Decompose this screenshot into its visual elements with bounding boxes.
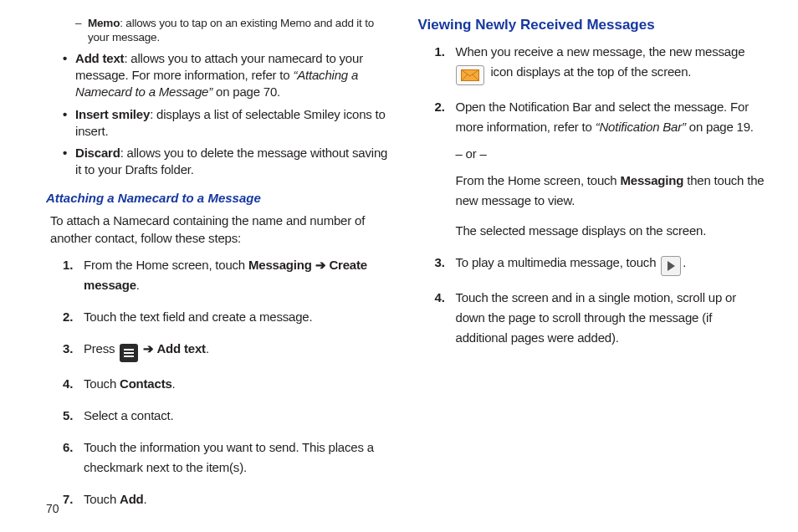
addtext-item: Add text: allows you to attach your name…	[63, 50, 393, 101]
left-column: Memo: allows you to tap on an existing M…	[46, 17, 393, 524]
s4b: Contacts	[120, 376, 172, 391]
step-7: Touch Add.	[63, 489, 393, 509]
memo-text: : allows you to tap on an existing Memo …	[88, 17, 374, 43]
s4c: .	[172, 376, 176, 391]
envelope-icon	[456, 65, 484, 85]
intro-para: To attach a Namecard containing the name…	[50, 212, 393, 247]
s3a: Press	[84, 341, 118, 356]
r2d: The selected message displays on the scr…	[456, 221, 765, 241]
addtext-text-b: on page 70.	[216, 84, 280, 99]
s7c: .	[144, 492, 147, 506]
rstep-3: To play a multimedia message, touch .	[435, 253, 765, 276]
r2ref: “Notification Bar”	[596, 120, 689, 134]
rstep-1: When you receive a new message, the new …	[435, 42, 765, 85]
r2cb: Messaging	[620, 173, 683, 187]
step-1: From the Home screen, touch Messaging ➔ …	[63, 255, 393, 295]
heading-attach-namecard: Attaching a Namecard to a Message	[46, 191, 393, 205]
memo-label: Memo	[88, 17, 120, 29]
s3c: .	[206, 341, 209, 356]
s7b: Add	[120, 492, 144, 506]
menu-icon	[120, 344, 138, 362]
step-5: Select a contact.	[63, 406, 393, 426]
step-2: Touch the text field and create a messag…	[63, 307, 393, 327]
left-steps: From the Home screen, touch Messaging ➔ …	[63, 255, 393, 509]
r2-or: – or –	[456, 144, 765, 164]
svg-rect-2	[124, 356, 134, 357]
rstep-4: Touch the screen and in a single motion,…	[435, 288, 765, 348]
s1c: .	[136, 278, 140, 292]
r2-alt: From the Home screen, touch Messaging th…	[456, 171, 765, 211]
s7a: Touch	[84, 492, 120, 506]
heading-viewing-messages: Viewing Newly Received Messages	[418, 17, 765, 33]
memo-item: Memo: allows you to tap on an existing M…	[75, 17, 393, 45]
r3a: To play a multimedia message, touch	[456, 255, 660, 269]
r1b: icon displays at the top of the screen.	[490, 64, 691, 79]
svg-rect-1	[124, 352, 134, 354]
step-3: Press ➔ Add text.	[63, 339, 393, 362]
discard-item: Discard: allows you to delete the messag…	[63, 145, 393, 179]
svg-rect-0	[124, 349, 134, 350]
addtext-label: Add text	[75, 51, 124, 65]
sub-list: Memo: allows you to tap on an existing M…	[75, 17, 393, 45]
r2b: on page 19.	[689, 120, 754, 134]
page-number: 70	[46, 502, 59, 515]
s3b: ➔ Add text	[140, 341, 206, 356]
discard-label: Discard	[75, 146, 120, 160]
discard-text: : allows you to delete the message witho…	[75, 146, 387, 176]
bullet-list: Add text: allows you to attach your name…	[63, 50, 393, 179]
svg-marker-4	[668, 261, 675, 271]
r1a: When you receive a new message, the new …	[456, 44, 745, 59]
smiley-label: Insert smiley	[75, 107, 150, 121]
play-icon	[661, 256, 681, 276]
step-4: Touch Contacts.	[63, 374, 393, 394]
r3b: .	[683, 255, 686, 269]
s1a: From the Home screen, touch	[84, 258, 248, 272]
right-column: Viewing Newly Received Messages When you…	[418, 17, 765, 524]
page: Memo: allows you to tap on an existing M…	[0, 0, 798, 532]
right-steps: When you receive a new message, the new …	[435, 42, 765, 348]
s4a: Touch	[84, 376, 120, 391]
step-6: Touch the information you want to send. …	[63, 437, 393, 478]
rstep-2: Open the Notification Bar and select the…	[435, 97, 765, 241]
smiley-item: Insert smiley: displays a list of select…	[63, 106, 393, 141]
r2ca: From the Home screen, touch	[456, 173, 621, 187]
